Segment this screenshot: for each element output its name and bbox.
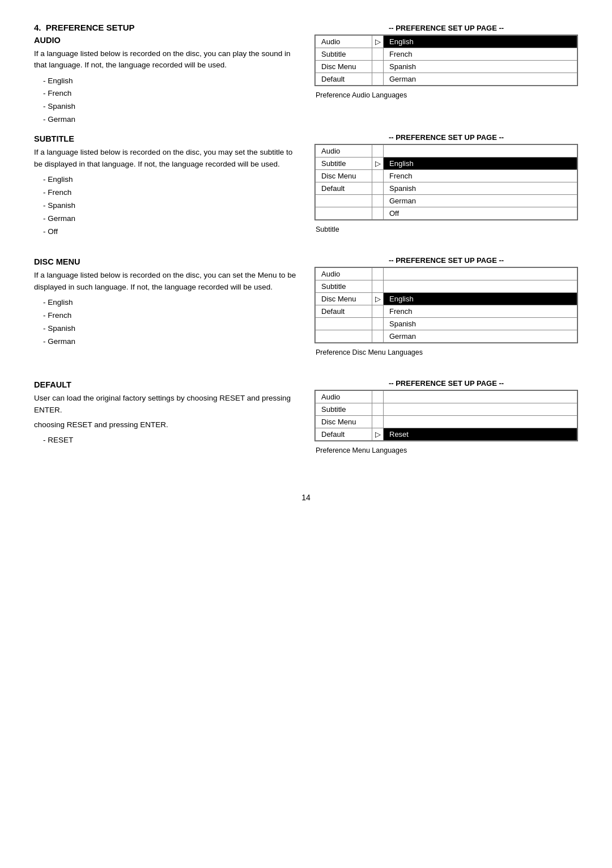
arrow-default: ▷ bbox=[372, 428, 384, 441]
menu-discmenu-4: Disc Menu bbox=[316, 416, 372, 428]
section-audio-row: 4. PREFERENCE SETUP AUDIO If a language … bbox=[34, 23, 578, 126]
lang-empty-def2 bbox=[384, 403, 577, 416]
list-item: German bbox=[43, 335, 298, 348]
pref-page-title-subtitle: -- PREFERENCE SET UP PAGE -- bbox=[314, 133, 578, 142]
menu-discmenu-3: Disc Menu bbox=[316, 293, 372, 305]
default-left: DEFAULT User can load the original facto… bbox=[34, 378, 298, 447]
lang-english-subtitle: English bbox=[384, 158, 577, 170]
table-row: Audio ▷ English bbox=[316, 36, 577, 48]
lang-german-discmenu: German bbox=[384, 330, 577, 343]
default-pref-table: Audio Subtitle Disc Menu bbox=[315, 390, 577, 441]
subtitle-pref-caption: Subtitle bbox=[314, 225, 578, 233]
discmenu-pref-box: -- PREFERENCE SET UP PAGE -- Audio Subti… bbox=[314, 255, 578, 372]
lang-empty-s1 bbox=[384, 145, 577, 158]
table-row: Spanish bbox=[316, 318, 577, 330]
list-item: Spanish bbox=[43, 100, 298, 113]
lang-spanish-audio: Spanish bbox=[384, 61, 577, 73]
arrow-empty-s5 bbox=[372, 207, 384, 220]
page-number: 14 bbox=[34, 493, 578, 502]
audio-subheading: AUDIO bbox=[34, 36, 298, 45]
lang-empty-def3 bbox=[384, 416, 577, 428]
menu-empty-d5 bbox=[316, 330, 372, 343]
list-item: French bbox=[43, 87, 298, 100]
section-number: 4. bbox=[34, 23, 41, 32]
menu-audio: Audio bbox=[316, 36, 372, 48]
arrow-empty-def1 bbox=[372, 391, 384, 403]
table-row: Subtitle bbox=[316, 280, 577, 293]
arrow-subtitle: ▷ bbox=[372, 158, 384, 170]
discmenu-pref-caption: Preference Disc Menu Languages bbox=[314, 348, 578, 356]
audio-pref-wrapper: -- PREFERENCE SET UP PAGE -- Audio ▷ Eng… bbox=[314, 23, 578, 99]
audio-body-text: If a language listed below is recorded o… bbox=[34, 48, 298, 71]
table-row: Default ▷ Reset bbox=[316, 428, 577, 441]
subtitle-left: SUBTITLE If a language listed below is r… bbox=[34, 132, 298, 238]
discmenu-bullet-list: English French Spanish German bbox=[34, 296, 298, 348]
section-subtitle-row: SUBTITLE If a language listed below is r… bbox=[34, 132, 578, 249]
arrow-empty-s4 bbox=[372, 195, 384, 207]
menu-default-3: Default bbox=[316, 305, 372, 318]
arrow-discmenu: ▷ bbox=[372, 293, 384, 305]
audio-pref-caption: Preference Audio Languages bbox=[314, 91, 578, 99]
list-item: English bbox=[43, 296, 298, 309]
menu-empty-s4 bbox=[316, 195, 372, 207]
lang-english-audio: English bbox=[384, 36, 577, 48]
menu-subtitle-3: Subtitle bbox=[316, 280, 372, 293]
lang-off-subtitle: Off bbox=[384, 207, 577, 220]
pref-page-title-default: -- PREFERENCE SET UP PAGE -- bbox=[314, 379, 578, 388]
arrow-empty-2 bbox=[372, 61, 384, 73]
default-pref-table-container: Audio Subtitle Disc Menu bbox=[314, 390, 578, 441]
table-row: Audio bbox=[316, 145, 577, 158]
default-subheading: DEFAULT bbox=[34, 380, 298, 389]
list-item: French bbox=[43, 309, 298, 322]
section-4-heading: 4. PREFERENCE SETUP bbox=[34, 23, 298, 32]
list-item: RESET bbox=[43, 434, 298, 447]
default-pref-box: -- PREFERENCE SET UP PAGE -- Audio Subti… bbox=[314, 378, 578, 470]
arrow-empty-3 bbox=[372, 73, 384, 86]
lang-empty-def1 bbox=[384, 391, 577, 403]
pref-title-text: -- PREFERENCE SET UP PAGE -- bbox=[389, 24, 504, 32]
audio-pref-table: Audio ▷ English Subtitle French Disc Men… bbox=[315, 35, 577, 86]
default-pref-wrapper: -- PREFERENCE SET UP PAGE -- Audio Subti… bbox=[314, 378, 578, 454]
lang-reset-default: Reset bbox=[384, 428, 577, 441]
preference-setup-label: PREFERENCE SETUP bbox=[46, 23, 135, 32]
table-row: Off bbox=[316, 207, 577, 220]
table-row: German bbox=[316, 330, 577, 343]
table-row: Disc Menu ▷ English bbox=[316, 293, 577, 305]
arrow-audio: ▷ bbox=[372, 36, 384, 48]
pref-page-title-audio: -- PREFERENCE SET UP PAGE -- bbox=[314, 24, 578, 32]
audio-bullet-list: English French Spanish German bbox=[34, 75, 298, 127]
table-row: Subtitle ▷ English bbox=[316, 158, 577, 170]
audio-left: 4. PREFERENCE SETUP AUDIO If a language … bbox=[34, 23, 298, 126]
arrow-empty-s2 bbox=[372, 170, 384, 182]
pref-page-title-discmenu: -- PREFERENCE SET UP PAGE -- bbox=[314, 256, 578, 265]
lang-french-audio: French bbox=[384, 48, 577, 61]
subtitle-pref-box: -- PREFERENCE SET UP PAGE -- Audio Subti… bbox=[314, 132, 578, 249]
arrow-empty-def3 bbox=[372, 416, 384, 428]
menu-audio-4: Audio bbox=[316, 391, 372, 403]
list-item: German bbox=[43, 113, 298, 126]
pref-title-text-2: -- PREFERENCE SET UP PAGE -- bbox=[389, 133, 504, 142]
arrow-empty-d3 bbox=[372, 305, 384, 318]
menu-subtitle-4: Subtitle bbox=[316, 403, 372, 416]
menu-default-1: Default bbox=[316, 73, 372, 86]
table-row: Subtitle bbox=[316, 403, 577, 416]
discmenu-body-text: If a language listed below is recorded o… bbox=[34, 270, 298, 293]
table-row: German bbox=[316, 195, 577, 207]
list-item: English bbox=[43, 173, 298, 186]
arrow-empty-d1 bbox=[372, 268, 384, 280]
menu-discmenu-1: Disc Menu bbox=[316, 61, 372, 73]
list-item: French bbox=[43, 186, 298, 199]
subtitle-pref-table-container: Audio Subtitle ▷ English Disc Menu Frenc… bbox=[314, 144, 578, 220]
pref-title-text-4: -- PREFERENCE SET UP PAGE -- bbox=[389, 379, 504, 388]
section-default-row: DEFAULT User can load the original facto… bbox=[34, 378, 578, 470]
arrow-empty-s1 bbox=[372, 145, 384, 158]
lang-empty-d2 bbox=[384, 280, 577, 293]
arrow-empty-d5 bbox=[372, 330, 384, 343]
menu-empty-s5 bbox=[316, 207, 372, 220]
discmenu-pref-table-container: Audio Subtitle Disc Menu ▷ English bbox=[314, 267, 578, 343]
audio-pref-box: -- PREFERENCE SET UP PAGE -- Audio ▷ Eng… bbox=[314, 23, 578, 115]
lang-english-discmenu: English bbox=[384, 293, 577, 305]
arrow-empty-def2 bbox=[372, 403, 384, 416]
table-row: Disc Menu Spanish bbox=[316, 61, 577, 73]
subtitle-pref-table: Audio Subtitle ▷ English Disc Menu Frenc… bbox=[315, 144, 577, 220]
